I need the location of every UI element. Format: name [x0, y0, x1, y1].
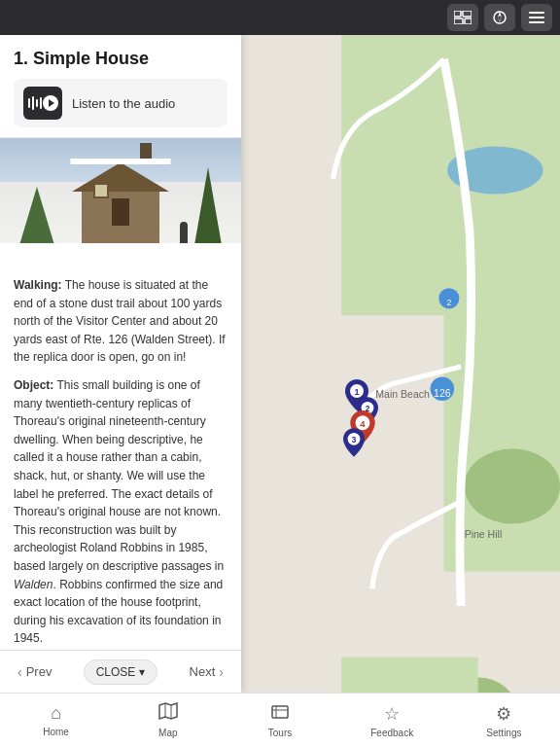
marker-3[interactable]: 3	[343, 428, 365, 461]
next-label: Next	[190, 664, 216, 679]
nav-home[interactable]: ⌂ Home	[0, 699, 112, 741]
svg-rect-25	[463, 11, 472, 17]
menu-button[interactable]	[521, 4, 552, 31]
gear-icon: ⚙	[496, 703, 511, 725]
nav-feedback[interactable]: ☆ Feedback	[336, 699, 448, 742]
audio-bar[interactable]: Listen to the audio	[14, 79, 228, 127]
top-bar	[0, 0, 560, 35]
bottom-navigation: ⌂ Home Map Tours ☆ Feedback ⚙ Settings	[0, 693, 560, 747]
svg-text:1: 1	[354, 387, 359, 397]
tours-icon	[270, 702, 290, 725]
svg-text:3: 3	[352, 436, 357, 445]
map-toggle-button[interactable]	[447, 4, 478, 31]
panel-footer: ‹ Prev CLOSE ▾ Next ›	[0, 650, 241, 693]
nav-tours-label: Tours	[268, 728, 292, 738]
svg-rect-30	[529, 17, 544, 18]
next-button[interactable]: Next ›	[182, 660, 231, 684]
prev-button[interactable]: ‹ Prev	[10, 660, 59, 684]
content-panel: 1. Simple House Listen to the audio	[0, 35, 241, 693]
svg-text:Main Beach: Main Beach	[375, 388, 430, 400]
nav-home-label: Home	[43, 727, 69, 737]
walking-paragraph: Walking: The house is situated at the en…	[14, 276, 228, 367]
next-chevron: ›	[219, 664, 224, 680]
svg-rect-26	[454, 18, 463, 24]
audio-icon	[23, 87, 62, 120]
svg-text:126: 126	[434, 387, 451, 399]
audio-label: Listen to the audio	[72, 96, 175, 111]
panel-image	[0, 138, 241, 265]
nav-tours[interactable]: Tours	[224, 698, 335, 742]
close-button[interactable]: CLOSE ▾	[84, 659, 158, 685]
object-label: Object:	[14, 378, 53, 392]
map-icon	[158, 702, 178, 725]
svg-rect-31	[529, 21, 544, 23]
svg-rect-24	[454, 11, 461, 17]
nav-feedback-label: Feedback	[370, 728, 413, 738]
close-chevron: ▾	[139, 665, 145, 679]
svg-point-4	[465, 448, 560, 523]
walden-ref: Walden	[14, 578, 52, 591]
prev-label: Prev	[26, 664, 52, 679]
svg-rect-27	[465, 18, 472, 24]
svg-rect-34	[272, 706, 288, 718]
compass-button[interactable]	[484, 4, 515, 31]
object-paragraph: Object: This small building is one of ma…	[14, 376, 228, 648]
svg-text:2: 2	[446, 298, 451, 307]
nav-map-label: Map	[158, 728, 177, 738]
object-text: This small building is one of many twent…	[14, 378, 224, 573]
panel-content: Walking: The house is situated at the en…	[0, 265, 241, 693]
star-icon: ☆	[384, 703, 400, 725]
svg-text:Pine Hill: Pine Hill	[465, 528, 503, 540]
panel-header: 1. Simple House Listen to the audio	[0, 35, 241, 138]
close-label: CLOSE	[96, 665, 136, 679]
nav-settings[interactable]: ⚙ Settings	[448, 699, 560, 742]
play-button[interactable]	[43, 95, 58, 111]
home-icon: ⌂	[51, 703, 61, 724]
nav-settings-label: Settings	[486, 728, 521, 738]
nav-map[interactable]: Map	[112, 698, 224, 742]
panel-title: 1. Simple House	[14, 49, 228, 69]
prev-chevron: ‹	[18, 664, 22, 680]
svg-rect-29	[529, 12, 544, 14]
walking-label: Walking:	[14, 278, 62, 292]
